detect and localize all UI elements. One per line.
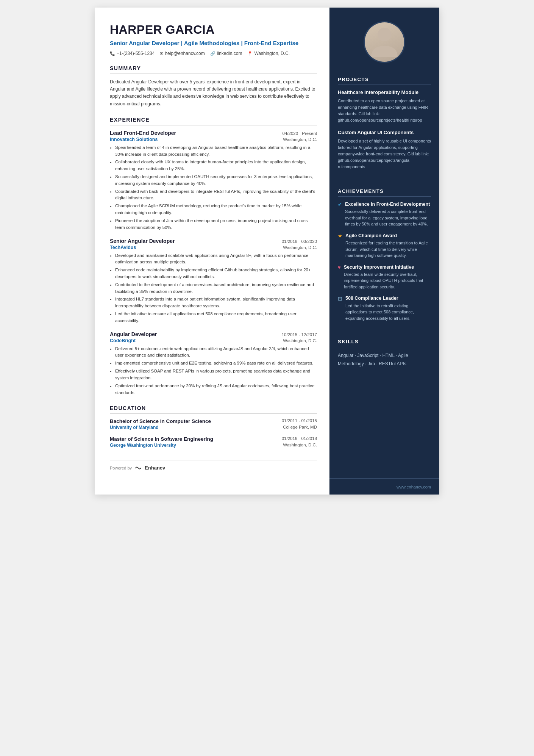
phone-icon: 📞	[110, 51, 115, 56]
achievement-icon-1: ✔	[338, 202, 342, 227]
achievement-title-2: Agile Champion Award	[345, 233, 431, 239]
skills-text: Angular · JavaScript · HTML · Agile Meth…	[338, 352, 431, 368]
bullet: Spearheaded a team of 4 in developing an…	[115, 144, 317, 158]
footer-logo-text: Enhancv	[145, 465, 165, 471]
skills-section: SKILLS Angular · JavaScript · HTML · Agi…	[329, 333, 439, 374]
experience-title: EXPERIENCE	[110, 117, 317, 125]
bullet: Pioneered the adoption of Jira within th…	[115, 218, 317, 231]
achievement-title-1: Excellence in Front-End Development	[345, 201, 431, 207]
svg-point-0	[378, 28, 391, 41]
edu-date-1: 01/2011 - 01/2015	[282, 418, 317, 424]
achievement-entry-3: ♥ Security Improvement Initiative Direct…	[338, 264, 431, 290]
bullet: Implemented comprehensive unit and E2E t…	[115, 360, 317, 367]
edu-date-2: 01/2016 - 01/2018	[282, 436, 317, 442]
achievement-content-1: Excellence in Front-End Development Succ…	[345, 201, 431, 227]
bullet: Collaborated closely with UX teams to in…	[115, 159, 317, 172]
linkedin-contact: 🔗 linkedin.com	[210, 51, 242, 56]
achievement-title-4: 508 Compliance Leader	[345, 295, 431, 301]
project-title-1: Healthcare Interoperability Module	[338, 89, 431, 96]
right-column: PROJECTS Healthcare Interoperability Mod…	[329, 8, 439, 495]
bullet: Coordinated with back-end developers to …	[115, 188, 317, 202]
contact-row: 📞 +1-(234)-555-1234 ✉ help@enhancv.com 🔗…	[110, 51, 317, 56]
achievement-desc-3: Directed a team-wide security overhaul, …	[344, 271, 431, 290]
email-icon: ✉	[160, 51, 163, 56]
job-bullets-2: Developed and maintained scalable web ap…	[110, 252, 317, 324]
projects-section: PROJECTS Healthcare Interoperability Mod…	[329, 70, 439, 182]
project-title-2: Custom Angular UI Components	[338, 130, 431, 136]
achievement-content-3: Security Improvement Initiative Directed…	[344, 264, 431, 290]
job-company-1: Innovatech Solutions	[110, 137, 158, 142]
enhancv-logo-icon	[135, 466, 142, 470]
achievement-icon-4: ⊟	[338, 296, 342, 321]
avatar-section	[329, 8, 439, 70]
achievement-entry-2: ★ Agile Champion Award Recognized for le…	[338, 233, 431, 259]
bullet: Effectively utilized SOAP and REST APIs …	[115, 368, 317, 382]
achievement-content-4: 508 Compliance Leader Led the initiative…	[345, 295, 431, 321]
summary-text: Dedicated Angular Developer with over 5 …	[110, 78, 317, 108]
job-location-3: Washington, D.C.	[283, 338, 317, 343]
job-company-2: TechAvidus	[110, 245, 136, 250]
avatar-image	[365, 22, 404, 62]
resume-footer: Powered by Enhancv	[110, 460, 317, 471]
achievement-desc-4: Led the initiative to retrofit existing …	[345, 303, 431, 322]
location-value: Washington, D.C.	[254, 51, 290, 56]
projects-title: PROJECTS	[338, 77, 431, 85]
bullet: Enhanced code maintainability by impleme…	[115, 267, 317, 280]
achievement-title-3: Security Improvement Initiative	[344, 264, 431, 270]
location-contact: 📍 Washington, D.C.	[247, 51, 290, 56]
achievement-entry-4: ⊟ 508 Compliance Leader Led the initiati…	[338, 295, 431, 321]
candidate-title: Senior Angular Developer | Agile Methodo…	[110, 39, 317, 47]
bullet: Led the initiative to ensure all applica…	[115, 311, 317, 324]
avatar	[364, 21, 405, 63]
job-bullets-1: Spearheaded a team of 4 in developing an…	[110, 144, 317, 231]
footer-powered-by: Powered by	[110, 466, 132, 470]
job-location-2: Washington, D.C.	[283, 245, 317, 250]
achievement-content-2: Agile Champion Award Recognized for lead…	[345, 233, 431, 259]
bullet: Championed the Agile SCRUM methodology, …	[115, 203, 317, 216]
achievement-desc-1: Successfully delivered a complete front-…	[345, 208, 431, 227]
right-footer-url: www.enhancv.com	[397, 485, 431, 489]
job-title-1: Lead Front-End Developer	[110, 130, 176, 136]
edu-degree-2: Master of Science in Software Engineerin…	[110, 436, 213, 442]
job-date-1: 04/2020 - Present	[283, 131, 317, 136]
education-title: EDUCATION	[110, 405, 317, 414]
project-entry-2: Custom Angular UI Components Developed a…	[338, 130, 431, 170]
job-date-3: 10/2015 - 12/2017	[282, 332, 317, 337]
job-location-1: Washington, D.C.	[283, 137, 317, 142]
resume-header: HARPER GARCIA Senior Angular Developer |…	[110, 23, 317, 56]
linkedin-value: linkedin.com	[217, 51, 242, 56]
email-value: help@enhancv.com	[165, 51, 205, 56]
person-silhouette-icon	[369, 25, 400, 59]
phone-value: +1-(234)-555-1234	[117, 51, 155, 56]
job-date-2: 01/2018 - 03/2020	[282, 239, 317, 244]
bullet: Integrated HL7 standards into a major pa…	[115, 296, 317, 310]
left-column: HARPER GARCIA Senior Angular Developer |…	[95, 8, 329, 495]
job-title-3: Angular Developer	[110, 331, 157, 337]
phone-contact: 📞 +1-(234)-555-1234	[110, 51, 155, 56]
edu-entry-1: Bachelor of Science in Computer Science …	[110, 418, 317, 430]
location-icon: 📍	[247, 51, 253, 56]
achievements-section: ACHIEVEMENTS ✔ Excellence in Front-End D…	[329, 182, 439, 333]
job-title-2: Senior Angular Developer	[110, 238, 175, 244]
project-desc-1: Contributed to an open source project ai…	[338, 98, 431, 124]
job-bullets-3: Delivered 5+ customer-centric web applic…	[110, 346, 317, 396]
resume-wrapper: HARPER GARCIA Senior Angular Developer |…	[95, 8, 439, 495]
linkedin-icon: 🔗	[210, 51, 215, 56]
right-footer: www.enhancv.com	[329, 478, 439, 495]
achievements-title: ACHIEVEMENTS	[338, 188, 431, 197]
achievement-icon-3: ♥	[338, 265, 341, 290]
edu-school-1: University of Maryland	[110, 425, 159, 430]
summary-title: SUMMARY	[110, 65, 317, 74]
project-desc-2: Developed a set of highly reusable UI co…	[338, 138, 431, 170]
achievement-desc-2: Recognized for leading the transition to…	[345, 240, 431, 259]
edu-degree-1: Bachelor of Science in Computer Science	[110, 418, 211, 424]
job-entry-2: Senior Angular Developer 01/2018 - 03/20…	[110, 238, 317, 324]
bullet: Contributed to the development of a micr…	[115, 282, 317, 295]
bullet: Developed and maintained scalable web ap…	[115, 252, 317, 266]
edu-school-2: George Washington University	[110, 443, 176, 448]
bullet: Delivered 5+ customer-centric web applic…	[115, 346, 317, 359]
bullet: Optimized front-end performance by 20% b…	[115, 383, 317, 396]
email-contact: ✉ help@enhancv.com	[160, 51, 205, 56]
skills-title: SKILLS	[338, 339, 431, 347]
edu-loc-2: Washington, D.C.	[283, 443, 317, 448]
